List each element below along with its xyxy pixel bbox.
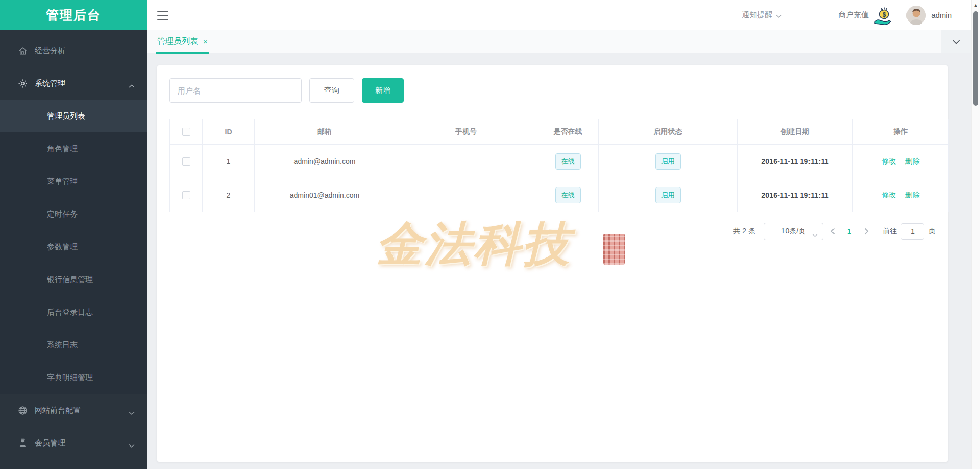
tabbar-collapse-button[interactable]	[941, 30, 971, 53]
scroll-up-icon[interactable]: ▲	[972, 0, 980, 8]
tab-label: 管理员列表	[157, 36, 198, 47]
cell-id: 2	[203, 178, 255, 212]
status-badge: 启用	[655, 153, 681, 170]
status-badge: 启用	[655, 187, 681, 203]
sidebar-item-parameter-management[interactable]: 参数管理	[0, 230, 147, 263]
cell-id: 1	[203, 145, 255, 178]
goto-suffix-label: 页	[928, 227, 936, 236]
cell-phone	[395, 178, 537, 212]
sidebar-item-member-management[interactable]: 会员管理	[0, 427, 147, 459]
username-label: admin	[931, 11, 952, 19]
cell-created: 2016-11-11 19:11:11	[738, 178, 853, 212]
notification-label: 通知提醒	[742, 10, 772, 20]
merchant-recharge-button[interactable]: 商户充值 $	[838, 3, 893, 27]
sidebar-item-scheduled-tasks[interactable]: 定时任务	[0, 198, 147, 230]
sidebar-item-bank-info-management[interactable]: 银行信息管理	[0, 263, 147, 296]
tab-admin-list[interactable]: 管理员列表 ×	[156, 30, 209, 53]
cell-phone	[395, 145, 537, 178]
sidebar-item-backend-login-log[interactable]: 后台登录日志	[0, 296, 147, 329]
cell-email: admin01@admin.com	[255, 178, 395, 212]
delete-link[interactable]: 删除	[905, 191, 919, 199]
coin-hand-icon: $	[873, 6, 893, 27]
chevron-up-icon	[129, 81, 135, 90]
cell-created: 2016-11-11 19:11:11	[738, 145, 853, 178]
prev-page-button[interactable]	[823, 223, 842, 240]
column-header-id: ID	[203, 119, 255, 145]
chevron-down-icon	[812, 230, 818, 239]
add-button[interactable]: 新增	[362, 78, 404, 103]
sidebar-item-system-management[interactable]: 系统管理	[0, 67, 147, 100]
content-card: 查询 新增 ID 邮箱 手机号 是否在线 启用状态 创建日期 操作	[157, 65, 948, 462]
toolbar: 查询 新增	[169, 78, 936, 103]
sidebar-item-admin-list[interactable]: 管理员列表	[0, 100, 147, 132]
table-header-row: ID 邮箱 手机号 是否在线 启用状态 创建日期 操作	[170, 119, 949, 145]
gear-icon	[17, 78, 28, 88]
sidebar-item-role-management[interactable]: 角色管理	[0, 132, 147, 165]
dollar-glyph: $	[883, 11, 886, 18]
pagination-total: 共 2 条	[733, 227, 755, 236]
chevron-down-icon	[129, 408, 135, 417]
recharge-label: 商户充值	[838, 10, 869, 20]
page-size-value: 10条/页	[781, 227, 805, 236]
cell-email: admin@admin.com	[255, 145, 395, 178]
username-search-input[interactable]	[169, 78, 302, 103]
table-row: 2 admin01@admin.com 在线 启用 2016-11-11 19:…	[170, 178, 949, 212]
member-icon	[17, 438, 28, 448]
goto-prefix-label: 前往	[883, 227, 897, 236]
sidebar-item-label: 经营分析	[35, 46, 65, 56]
close-icon[interactable]: ×	[203, 37, 208, 46]
notification-dropdown[interactable]: 通知提醒	[742, 10, 782, 20]
row-checkbox[interactable]	[182, 191, 190, 199]
pagination: 共 2 条 10条/页 1 前往	[169, 223, 936, 240]
column-header-actions: 操作	[853, 119, 949, 145]
column-header-status: 启用状态	[599, 119, 738, 145]
system-management-submenu: 管理员列表 角色管理 菜单管理 定时任务 参数管理 银行信息管理 后台登录日志 …	[0, 100, 147, 394]
sidebar-item-business-analysis[interactable]: 经营分析	[0, 34, 147, 67]
sidebar: 管理后台 经营分析 系统管理	[0, 0, 147, 469]
column-header-email: 邮箱	[255, 119, 395, 145]
main-content: 查询 新增 ID 邮箱 手机号 是否在线 启用状态 创建日期 操作	[147, 53, 971, 469]
online-badge: 在线	[555, 153, 581, 170]
goto-page-input[interactable]	[901, 223, 924, 240]
sidebar-item-dictionary-detail[interactable]: 字典明细管理	[0, 361, 147, 394]
table-row: 1 admin@admin.com 在线 启用 2016-11-11 19:11…	[170, 145, 949, 178]
app-title: 管理后台	[0, 0, 147, 30]
query-button[interactable]: 查询	[309, 78, 354, 103]
next-page-button[interactable]	[857, 223, 875, 240]
sidebar-menu: 经营分析 系统管理 管理员列表 角色管理 菜单管理 定时任务 参数管理 银行信	[0, 30, 147, 459]
hamburger-menu-icon[interactable]	[156, 10, 169, 20]
topbar: 通知提醒 商户充值 $	[147, 0, 971, 30]
chevron-down-icon	[952, 37, 960, 46]
globe-icon	[17, 405, 28, 415]
edit-link[interactable]: 修改	[882, 191, 896, 199]
page-number-1[interactable]: 1	[842, 227, 857, 236]
sidebar-item-website-frontend-config[interactable]: 网站前台配置	[0, 394, 147, 427]
delete-link[interactable]: 删除	[905, 157, 919, 165]
page-scrollbar[interactable]: ▲	[971, 0, 980, 469]
avatar[interactable]	[906, 6, 926, 25]
page-size-select[interactable]: 10条/页	[764, 223, 823, 240]
chevron-down-icon	[129, 441, 135, 450]
tabbar: 管理员列表 ×	[147, 30, 971, 53]
row-checkbox[interactable]	[182, 157, 190, 166]
sidebar-item-system-log[interactable]: 系统日志	[0, 329, 147, 361]
sidebar-item-menu-management[interactable]: 菜单管理	[0, 165, 147, 198]
home-icon	[17, 45, 28, 56]
column-header-online: 是否在线	[537, 119, 599, 145]
sidebar-item-label: 网站前台配置	[35, 406, 81, 415]
column-header-phone: 手机号	[395, 119, 537, 145]
scrollbar-thumb[interactable]	[973, 11, 978, 106]
chevron-down-icon	[776, 11, 782, 20]
online-badge: 在线	[555, 187, 581, 203]
column-header-created: 创建日期	[738, 119, 853, 145]
watermark: 金法科技	[376, 213, 621, 269]
select-all-checkbox[interactable]	[182, 128, 190, 136]
edit-link[interactable]: 修改	[882, 157, 896, 165]
sidebar-item-label: 系统管理	[35, 79, 65, 88]
admin-table: ID 邮箱 手机号 是否在线 启用状态 创建日期 操作 1 admin@admi…	[169, 119, 949, 212]
sidebar-item-label: 会员管理	[35, 438, 65, 448]
